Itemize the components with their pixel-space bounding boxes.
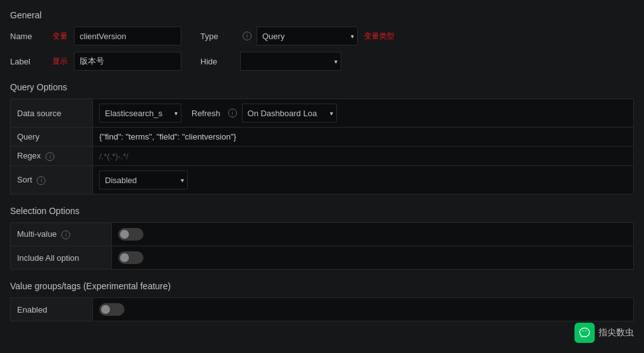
datasource-controls: Elasticsearch_s ▾ Refresh i On Dashboard… — [99, 104, 627, 123]
multivalue-info-icon[interactable]: i — [61, 230, 70, 239]
wechat-icon — [574, 323, 595, 343]
multivalue-slider — [118, 228, 143, 241]
name-type-row: Name 变量 Type i Query ▾ 变量类型 — [10, 27, 634, 45]
query-value: {"find": "terms", "field": "clientversio… — [99, 132, 236, 141]
sort-row: Sort i Disabled ▾ — [11, 166, 634, 194]
datasource-select[interactable]: Elasticsearch_s — [99, 104, 181, 123]
datasource-row: Data source Elasticsearch_s ▾ Refresh i … — [11, 99, 634, 128]
includeall-label: Include All option — [11, 246, 112, 270]
label-red-label: 显示 — [52, 56, 68, 67]
general-section: General Name 变量 Type i Query ▾ 变量类型 Labe… — [10, 10, 634, 71]
datasource-content: Elasticsearch_s ▾ Refresh i On Dashboard… — [93, 99, 634, 128]
multivalue-content — [112, 223, 634, 246]
label-input[interactable] — [74, 52, 181, 71]
multivalue-toggle[interactable] — [118, 228, 143, 241]
sort-select-wrapper: Disabled ▾ — [99, 171, 188, 189]
type-info-icon[interactable]: i — [243, 32, 252, 40]
query-label: Query — [11, 128, 93, 147]
type-label: Type — [200, 32, 235, 41]
multivalue-row: Multi-value i — [11, 223, 634, 246]
refresh-select-wrapper: On Dashboard Loa ▾ — [242, 104, 337, 123]
sort-select[interactable]: Disabled — [99, 171, 188, 189]
value-groups-table: Enabled — [10, 297, 634, 321]
enabled-toggle[interactable] — [99, 303, 125, 316]
query-content: {"find": "terms", "field": "clientversio… — [93, 128, 634, 147]
regex-value: /.*(.*)-.*/ — [99, 152, 128, 161]
regex-content: /.*(.*)-.*/ — [93, 147, 634, 166]
hide-select[interactable] — [240, 52, 341, 71]
sort-content: Disabled ▾ — [93, 166, 634, 194]
sort-label: Sort i — [11, 166, 93, 194]
type-select[interactable]: Query — [257, 27, 358, 45]
query-options-section: Query Options Data source Elasticsearch_… — [10, 82, 634, 194]
sort-info-icon[interactable]: i — [37, 176, 46, 185]
regex-label: Regex i — [11, 147, 93, 166]
value-groups-section: Value groups/tags (Experimental feature)… — [10, 281, 634, 321]
enabled-content — [93, 298, 634, 321]
label-hide-row: Label 显示 Hide ▾ — [10, 52, 634, 71]
name-red-label: 变量 — [52, 31, 68, 42]
multivalue-label: Multi-value i — [11, 223, 112, 246]
includeall-toggle[interactable] — [118, 251, 143, 264]
regex-row: Regex i /.*(.*)-.*/ — [11, 147, 634, 166]
value-groups-title: Value groups/tags (Experimental feature) — [10, 281, 634, 291]
refresh-info-icon[interactable]: i — [228, 109, 237, 117]
hide-select-wrapper: ▾ — [240, 52, 341, 71]
query-row: Query {"find": "terms", "field": "client… — [11, 128, 634, 147]
query-options-table: Data source Elasticsearch_s ▾ Refresh i … — [10, 99, 634, 194]
name-input[interactable] — [74, 27, 181, 45]
hide-group: Hide ▾ — [200, 52, 341, 71]
hide-label: Hide — [200, 57, 235, 66]
refresh-label: Refresh — [191, 109, 221, 118]
enabled-slider — [99, 303, 125, 316]
includeall-slider — [118, 251, 143, 264]
query-options-title: Query Options — [10, 82, 634, 92]
label-label: Label — [10, 57, 45, 66]
enabled-label: Enabled — [11, 298, 93, 321]
name-label: Name — [10, 32, 45, 41]
includeall-content — [112, 246, 634, 270]
selection-options-table: Multi-value i Include All option — [10, 222, 634, 270]
type-select-wrapper: Query ▾ — [257, 27, 358, 45]
refresh-select[interactable]: On Dashboard Loa — [242, 104, 337, 123]
selection-options-section: Selection Options Multi-value i Include … — [10, 206, 634, 270]
datasource-label: Data source — [11, 99, 93, 128]
regex-info-icon[interactable]: i — [46, 152, 54, 161]
watermark-text: 指尖数虫 — [598, 327, 634, 338]
enabled-row: Enabled — [11, 298, 634, 321]
watermark: 指尖数虫 — [574, 323, 634, 343]
general-title: General — [10, 10, 634, 20]
type-red-label: 变量类型 — [364, 31, 394, 42]
selection-options-title: Selection Options — [10, 206, 634, 216]
datasource-select-wrapper: Elasticsearch_s ▾ — [99, 104, 181, 123]
type-group: Type i Query ▾ 变量类型 — [200, 27, 394, 45]
includeall-row: Include All option — [11, 246, 634, 270]
